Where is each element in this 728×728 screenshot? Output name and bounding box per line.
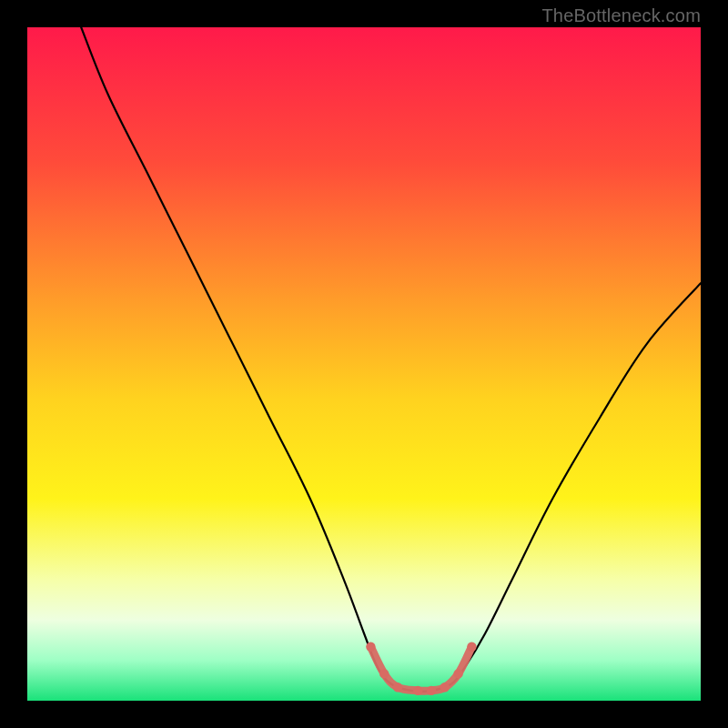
svg-point-2 (379, 669, 389, 678)
svg-point-3 (393, 682, 402, 692)
svg-point-6 (440, 682, 450, 692)
watermark-text: TheBottleneck.com (541, 5, 701, 26)
plot-area (27, 27, 701, 701)
svg-point-4 (413, 686, 422, 695)
svg-point-5 (427, 686, 436, 695)
svg-rect-0 (27, 27, 701, 701)
svg-point-1 (366, 642, 375, 652)
svg-point-7 (453, 669, 462, 678)
svg-point-8 (467, 642, 476, 652)
chart-frame: TheBottleneck.com (0, 0, 728, 728)
chart-svg (27, 27, 701, 701)
